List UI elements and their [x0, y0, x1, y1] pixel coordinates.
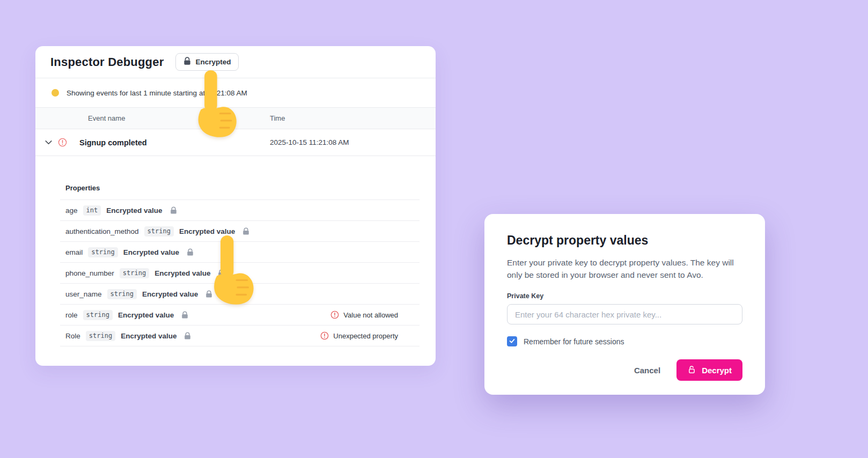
column-event-name: Event name — [35, 114, 270, 122]
lock-icon — [218, 269, 225, 277]
events-table-header: Event name Time — [35, 108, 436, 129]
lock-icon — [242, 227, 249, 235]
status-row: Showing events for last 1 minute startin… — [35, 78, 436, 108]
property-value: Encrypted value — [179, 227, 235, 235]
decrypt-button-label: Decrypt — [702, 366, 732, 375]
property-row: authentication_method string Encrypted v… — [60, 221, 420, 242]
lock-icon — [170, 206, 177, 215]
panel-header: Inspector Debugger Encrypted — [35, 46, 436, 78]
property-type-badge: string — [120, 268, 149, 278]
property-row: user_name string Encrypted value — [60, 284, 420, 305]
property-name: authentication_method — [65, 227, 139, 235]
lock-icon — [183, 57, 191, 67]
status-text: Showing events for last 1 minute startin… — [67, 89, 247, 97]
property-value: Encrypted value — [155, 269, 210, 277]
event-row[interactable]: Signup completed 2025-10-15 11:21:08 AM — [35, 129, 436, 156]
encrypted-toggle-button[interactable]: Encrypted — [175, 53, 239, 71]
remember-label: Remember for future sessions — [524, 337, 624, 346]
property-type-badge: string — [86, 331, 115, 341]
property-type-badge: string — [107, 289, 137, 299]
lock-icon — [181, 311, 188, 319]
property-value: Encrypted value — [106, 206, 162, 215]
status-dot — [52, 89, 59, 97]
private-key-label: Private Key — [507, 292, 742, 300]
lock-icon — [187, 248, 194, 256]
property-name: phone_number — [65, 269, 114, 277]
property-value: Encrypted value — [118, 311, 174, 319]
property-row: email string Encrypted value — [60, 242, 420, 263]
property-error-text: Unexpected property — [333, 332, 398, 340]
property-error: Unexpected property — [320, 331, 398, 340]
error-icon — [320, 331, 329, 340]
private-key-input[interactable] — [507, 304, 742, 324]
column-time: Time — [270, 114, 285, 122]
decrypt-button[interactable]: Decrypt — [676, 359, 742, 381]
inspector-debugger-panel: Inspector Debugger Encrypted Showing eve… — [35, 46, 436, 366]
property-error: Value not allowed — [330, 311, 398, 319]
property-type-badge: int — [83, 205, 101, 216]
properties-heading: Properties — [60, 184, 420, 200]
event-name: Signup completed — [79, 138, 270, 147]
remember-checkbox[interactable] — [507, 336, 517, 346]
property-name: age — [65, 206, 78, 215]
property-row: age int Encrypted value — [60, 200, 420, 221]
properties-list: age int Encrypted value authentication_m… — [35, 200, 436, 346]
property-type-badge: string — [83, 310, 113, 320]
remember-row: Remember for future sessions — [507, 336, 742, 346]
property-value: Encrypted value — [123, 248, 179, 256]
property-type-badge: string — [144, 226, 174, 237]
property-error-text: Value not allowed — [343, 311, 398, 319]
cancel-button[interactable]: Cancel — [634, 366, 660, 375]
event-warning-icon — [58, 138, 79, 147]
modal-footer: Cancel Decrypt — [507, 359, 742, 381]
expand-chevron-icon[interactable] — [35, 138, 58, 147]
modal-title: Decrypt property values — [507, 233, 742, 248]
decrypt-modal: Decrypt property values Enter your priva… — [484, 214, 765, 395]
property-name: Role — [65, 332, 80, 340]
properties-section: Properties age int Encrypted value authe… — [35, 184, 436, 346]
property-row: role string Encrypted value Value not al… — [60, 305, 420, 326]
property-row: Role string Encrypted value Unexpected p… — [60, 326, 420, 346]
encrypted-button-label: Encrypted — [195, 58, 231, 66]
page-title: Inspector Debugger — [50, 55, 164, 69]
lock-icon — [184, 332, 191, 340]
unlock-icon — [687, 365, 696, 376]
property-value: Encrypted value — [142, 290, 198, 298]
property-value: Encrypted value — [121, 332, 176, 340]
check-icon — [509, 337, 516, 346]
property-name: user_name — [65, 290, 102, 298]
property-name: email — [65, 248, 83, 256]
error-icon — [330, 311, 339, 319]
property-name: role — [65, 311, 78, 319]
modal-description: Enter your private key to decrypt proper… — [507, 256, 742, 281]
event-time: 2025-10-15 11:21:08 AM — [270, 138, 349, 146]
property-row: phone_number string Encrypted value — [60, 263, 420, 284]
lock-icon — [205, 290, 212, 298]
property-type-badge: string — [88, 247, 117, 257]
